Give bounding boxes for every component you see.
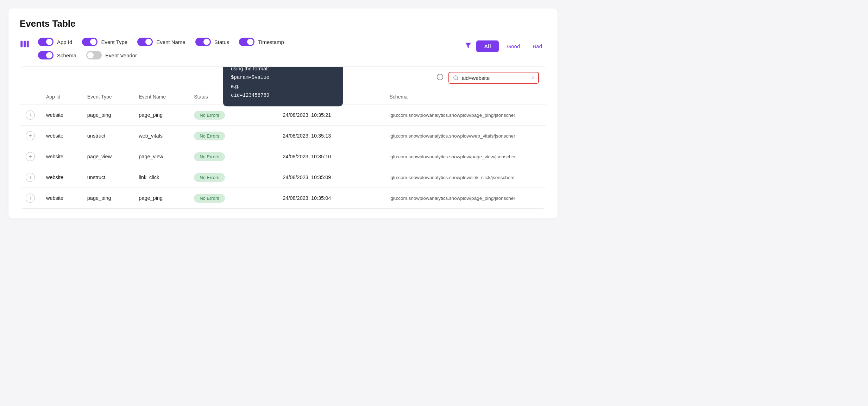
expand-cell: + [20, 188, 40, 209]
spacer-cell2 [363, 167, 384, 188]
col-schema: Schema [384, 89, 546, 105]
toggle-track-event-name[interactable] [137, 38, 153, 46]
timestamp-cell: 24/08/2023, 10:35:09 [277, 167, 363, 188]
toggle-switch-event-type[interactable] [82, 38, 98, 46]
toggle-label-app-id: App Id [57, 39, 72, 45]
schema-cell: iglu:com.snowplowanalytics.snowplow/page… [384, 105, 546, 126]
event-type-cell: page_view [82, 146, 133, 167]
clear-search-button[interactable]: × [532, 75, 535, 81]
status-cell: No Errors [188, 188, 249, 209]
right-controls: All Good Bad [464, 40, 546, 52]
toggle-status[interactable]: Status [195, 38, 229, 46]
app-id-cell: website [40, 167, 82, 188]
toggle-app-id[interactable]: App Id [38, 38, 72, 46]
event-type-cell: page_ping [82, 188, 133, 209]
columns-toggle-button[interactable] [20, 39, 30, 49]
expand-row-button[interactable]: + [26, 131, 35, 140]
col-event-name: Event Name [133, 89, 188, 105]
timestamp-cell: 24/08/2023, 10:35:04 [277, 188, 363, 209]
expand-cell: + [20, 167, 40, 188]
expand-row-button[interactable]: + [26, 110, 35, 120]
toggle-label-status: Status [214, 39, 229, 45]
event-name-cell: page_view [133, 146, 188, 167]
controls-row: App Id Event Type [20, 38, 546, 59]
info-icon[interactable] [436, 74, 444, 82]
toggle-thumb-status [203, 39, 210, 45]
table-row: + website unstruct link_click No Errors … [20, 167, 546, 188]
spacer-cell [249, 188, 277, 209]
timestamp-cell: 24/08/2023, 10:35:13 [277, 126, 363, 146]
toggle-track-app-id[interactable] [38, 38, 54, 46]
spacer-cell [249, 167, 277, 188]
table-row: + website page_ping page_ping No Errors … [20, 188, 546, 209]
app-id-cell: website [40, 105, 82, 126]
table-row: + website page_ping page_ping No Errors … [20, 105, 546, 126]
filter-good-button[interactable]: Good [503, 40, 524, 52]
search-input[interactable] [462, 75, 529, 81]
events-table-card: Events Table [8, 8, 558, 218]
toggle-event-type[interactable]: Event Type [82, 38, 127, 46]
filter-bad-button[interactable]: Bad [528, 40, 546, 52]
expand-row-button[interactable]: + [26, 173, 35, 182]
event-name-cell: web_vitals [133, 126, 188, 146]
event-name-cell: link_click [133, 167, 188, 188]
schema-cell: iglu:com.snowplowanalytics.snowplow/link… [384, 167, 546, 188]
table-toolbar: You can filter based on all event proper… [20, 67, 546, 89]
spacer-cell2 [363, 188, 384, 209]
event-name-cell: page_ping [133, 188, 188, 209]
expand-row-button[interactable]: + [26, 194, 35, 203]
spacer-cell [249, 105, 277, 126]
svg-rect-2 [27, 41, 29, 47]
toggle-thumb-app-id [46, 39, 52, 45]
col-app-id: App Id [40, 89, 82, 105]
toggle-switch-schema[interactable] [38, 51, 54, 59]
toggle-switch-timestamp[interactable] [239, 38, 254, 46]
event-name-cell: page_ping [133, 105, 188, 126]
toggle-track-event-type[interactable] [82, 38, 98, 46]
expand-row-button[interactable]: + [26, 152, 35, 161]
toggles-row-2: Schema Event Vendor [38, 51, 284, 59]
col-timestamp: Timestamp [277, 89, 363, 105]
expand-cell: + [20, 105, 40, 126]
toggle-thumb-event-vendor [87, 52, 94, 58]
toggle-track-timestamp[interactable] [239, 38, 254, 46]
tooltip-line3: e.g. [231, 83, 239, 89]
status-badge: No Errors [194, 152, 225, 161]
toggle-switch-event-vendor[interactable] [86, 51, 102, 59]
timestamp-cell: 24/08/2023, 10:35:21 [277, 105, 363, 126]
toggle-schema[interactable]: Schema [38, 51, 76, 59]
toggle-switch-status[interactable] [195, 38, 211, 46]
info-circle-icon [436, 74, 444, 81]
status-badge: No Errors [194, 173, 225, 182]
toggle-track-event-vendor[interactable] [86, 51, 102, 59]
table-header-row: App Id Event Type Event Name Status Time… [20, 89, 546, 105]
tooltip-line2: properties using the format: [231, 66, 327, 71]
filter-icon[interactable] [464, 42, 472, 51]
toggle-switch-event-name[interactable] [137, 38, 153, 46]
toggle-track-schema[interactable] [38, 51, 54, 59]
spacer-cell2 [363, 146, 384, 167]
toggle-thumb-event-type [90, 39, 96, 45]
toggle-label-event-type: Event Type [101, 39, 127, 45]
status-cell: No Errors [188, 105, 249, 126]
spacer-cell [249, 126, 277, 146]
filter-all-button[interactable]: All [476, 40, 498, 52]
toggle-event-name[interactable]: Event Name [137, 38, 185, 46]
toggle-timestamp[interactable]: Timestamp [239, 38, 284, 46]
status-badge: No Errors [194, 111, 225, 120]
schema-cell: iglu:com.snowplowanalytics.snowplow/page… [384, 188, 546, 209]
toggle-label-schema: Schema [57, 52, 76, 58]
table-row: + website unstruct web_vitals No Errors … [20, 126, 546, 146]
toggle-switch-app-id[interactable] [38, 38, 54, 46]
table-header: App Id Event Type Event Name Status Time… [20, 89, 546, 105]
toggle-label-event-name: Event Name [156, 39, 185, 45]
funnel-icon [464, 42, 472, 49]
toggle-track-status[interactable] [195, 38, 211, 46]
spacer-cell [249, 146, 277, 167]
toggle-label-event-vendor: Event Vendor [105, 52, 137, 58]
expand-cell: + [20, 126, 40, 146]
search-icon [453, 75, 459, 81]
toggle-event-vendor[interactable]: Event Vendor [86, 51, 137, 59]
events-table: App Id Event Type Event Name Status Time… [20, 89, 546, 208]
schema-cell: iglu:com.snowplowanalytics.snowplow/page… [384, 146, 546, 167]
